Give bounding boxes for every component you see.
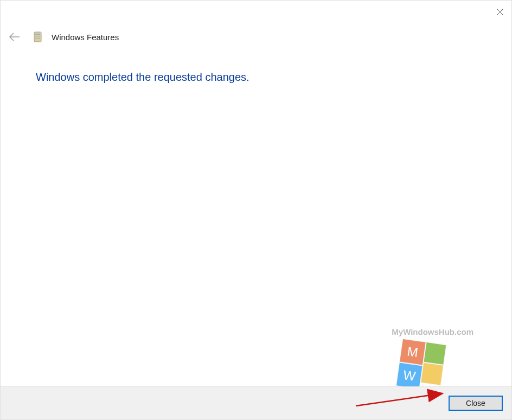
watermark-tile-w: W — [396, 363, 422, 389]
completion-message: Windows completed the requested changes. — [36, 71, 249, 84]
dialog-title: Windows Features — [52, 33, 119, 42]
watermark-tile-yellow — [421, 363, 443, 385]
watermark-tile-green — [424, 342, 446, 365]
windows-features-icon — [32, 31, 44, 43]
dialog-footer: Close — [1, 386, 511, 419]
close-button[interactable]: Close — [449, 396, 503, 411]
watermark-text: MyWindowsHub.com — [392, 327, 473, 336]
window-close-icon[interactable] — [492, 4, 508, 20]
svg-rect-6 — [35, 38, 40, 39]
watermark: MyWindowsHub.com M W — [381, 327, 473, 387]
watermark-tile-m: M — [400, 339, 425, 365]
svg-rect-4 — [35, 34, 40, 35]
windows-features-dialog: Windows Features Windows completed the r… — [0, 0, 512, 420]
back-arrow-icon[interactable] — [8, 30, 21, 43]
svg-rect-5 — [35, 36, 40, 37]
dialog-header: Windows Features — [8, 30, 119, 43]
